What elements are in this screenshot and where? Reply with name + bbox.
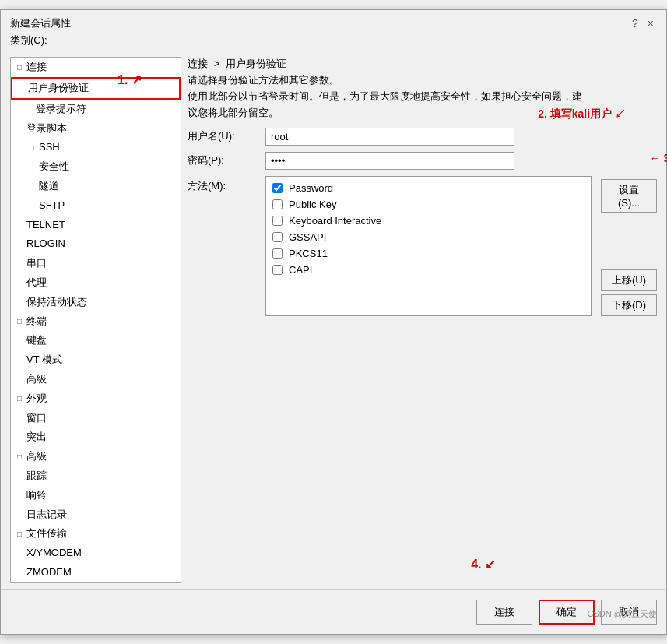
sidebar-item-advanced-label: 高级 xyxy=(26,449,47,465)
connect-button[interactable]: 连接 xyxy=(476,600,532,625)
breadcrumb-separator: > xyxy=(214,58,223,69)
toggle-connection[interactable]: □ xyxy=(14,62,25,74)
sidebar-item-advanced[interactable]: □ 高级 xyxy=(11,447,181,466)
settings-button[interactable]: 设置(S)... xyxy=(601,179,657,213)
sidebar-item-vtmode[interactable]: VT 模式 xyxy=(11,350,181,370)
sidebar-item-security[interactable]: 安全性 xyxy=(11,157,181,177)
title-bar: 新建会话属性 ? × xyxy=(1,10,666,33)
sidebar-item-ssh-label: SSH xyxy=(39,139,60,156)
username-input[interactable] xyxy=(265,128,514,146)
sidebar-item-sftp-label: SFTP xyxy=(39,198,65,214)
sidebar-item-telnet[interactable]: TELNET xyxy=(11,216,181,235)
method-checkbox-publickey[interactable] xyxy=(272,199,283,209)
tree-panel: □ 连接 用户身份验证 登录提示符 登录脚本 □ SSH 安全性 xyxy=(10,57,181,583)
sidebar-item-proxy[interactable]: 代理 xyxy=(11,273,181,293)
method-item-gssapi[interactable]: GSSAPI xyxy=(269,229,588,245)
sidebar-item-highlight[interactable]: 突出 xyxy=(11,428,181,447)
method-label-keyboard: Keyboard Interactive xyxy=(289,215,381,227)
password-label: 密码(P): xyxy=(188,153,265,167)
sidebar-item-trace[interactable]: 跟踪 xyxy=(11,466,181,486)
sidebar-item-bell[interactable]: 响铃 xyxy=(11,486,181,505)
sidebar-item-keepalive[interactable]: 保持活动状态 xyxy=(11,293,181,312)
method-checkbox-pkcs11[interactable] xyxy=(272,248,283,259)
form-section: 用户名(U): 密码(P): ← 3. 填写密码 方法(M): xyxy=(188,128,657,316)
breadcrumb-item-1: 连接 xyxy=(188,58,208,69)
sidebar-item-filetransfer[interactable]: □ 文件传输 xyxy=(11,524,181,544)
username-row: 用户名(U): xyxy=(188,128,657,146)
sidebar-item-keyboard-label: 键盘 xyxy=(26,333,47,349)
sidebar-item-auth-label: 用户身份验证 xyxy=(28,80,89,97)
sidebar-item-highlight-label: 突出 xyxy=(26,429,47,445)
sidebar-item-logging-label: 日志记录 xyxy=(26,507,67,523)
method-checkbox-capi[interactable] xyxy=(272,265,283,275)
sidebar-item-loginprompt[interactable]: 登录提示符 xyxy=(11,100,181,119)
sidebar-item-advanced-term[interactable]: 高级 xyxy=(11,370,181,389)
method-label-capi: CAPI xyxy=(289,264,312,276)
sidebar-item-connection[interactable]: □ 连接 xyxy=(11,58,181,77)
sidebar-item-keepalive-label: 保持活动状态 xyxy=(26,294,87,311)
toggle-advanced[interactable]: □ xyxy=(14,451,25,463)
sidebar-item-telnet-label: TELNET xyxy=(26,217,65,234)
description-line2: 使用此部分以节省登录时间。但是，为了最大限度地提高安全性，如果担心安全问题，建 xyxy=(188,89,657,105)
sidebar-item-advanced-term-label: 高级 xyxy=(26,371,47,388)
sidebar-item-logging[interactable]: 日志记录 xyxy=(11,505,181,525)
method-item-keyboard[interactable]: Keyboard Interactive xyxy=(269,213,588,229)
method-label-publickey: Public Key xyxy=(289,199,336,210)
title-bar-controls: ? × xyxy=(629,17,657,30)
method-checkbox-keyboard[interactable] xyxy=(272,216,283,226)
sidebar-item-serial[interactable]: 串口 xyxy=(11,254,181,273)
right-panel: 连接 > 用户身份验证 请选择身份验证方法和其它参数。 使用此部分以节省登录时间… xyxy=(188,57,657,583)
sidebar-item-loginscript[interactable]: 登录脚本 xyxy=(11,119,181,139)
description-line2-text: 使用此部分以节省登录时间。但是，为了最大限度地提高安全性，如果担心安全问题，建 xyxy=(188,90,582,102)
sidebar-item-trace-label: 跟踪 xyxy=(26,468,47,484)
side-buttons: 设置(S)... 上移(U) 下移(D) xyxy=(601,179,657,316)
breadcrumb-item-2: 用户身份验证 xyxy=(226,58,286,69)
method-label-gssapi: GSSAPI xyxy=(289,231,326,243)
toggle-appearance[interactable]: □ xyxy=(14,392,25,405)
description-line1: 请选择身份验证方法和其它参数。 xyxy=(188,72,657,89)
toggle-terminal[interactable]: □ xyxy=(14,315,25,328)
category-label: 类别(C): xyxy=(1,33,666,51)
sidebar-item-zmodem[interactable]: ZMODEM xyxy=(11,563,181,582)
sidebar-item-keyboard[interactable]: 键盘 xyxy=(11,331,181,350)
toggle-filetransfer[interactable]: □ xyxy=(14,528,25,540)
sidebar-item-appearance[interactable]: □ 外观 xyxy=(11,389,181,409)
sidebar-item-terminal-label: 终端 xyxy=(26,314,47,330)
sidebar-item-connection-label: 连接 xyxy=(26,59,47,76)
sidebar-item-rlogin[interactable]: RLOGIN xyxy=(11,234,181,254)
ok-button[interactable]: 确定 xyxy=(539,600,595,625)
sidebar-item-appearance-label: 外观 xyxy=(26,391,47,407)
sidebar-item-zmodem-label: ZMODEM xyxy=(26,565,72,581)
sidebar-item-loginprompt-label: 登录提示符 xyxy=(36,101,86,118)
method-item-capi[interactable]: CAPI xyxy=(269,262,588,278)
sidebar-item-vtmode-label: VT 模式 xyxy=(26,352,62,368)
sidebar-item-tunnel[interactable]: 隧道 xyxy=(11,177,181,196)
method-checkbox-gssapi[interactable] xyxy=(272,232,283,242)
sidebar-item-auth[interactable]: 用户身份验证 xyxy=(11,77,181,100)
close-button[interactable]: × xyxy=(644,17,657,30)
sidebar-item-loginscript-label: 登录脚本 xyxy=(26,121,67,137)
toggle-ssh[interactable]: □ xyxy=(26,142,37,154)
move-down-button[interactable]: 下移(D) xyxy=(601,294,657,316)
method-item-password[interactable]: Password xyxy=(269,180,588,196)
sidebar-item-terminal[interactable]: □ 终端 xyxy=(11,312,181,332)
dialog-title: 新建会话属性 xyxy=(10,16,71,30)
username-label: 用户名(U): xyxy=(188,129,265,143)
dialog-body: □ 连接 用户身份验证 登录提示符 登录脚本 □ SSH 安全性 xyxy=(1,51,666,583)
method-item-pkcs11[interactable]: PKCS11 xyxy=(269,245,588,262)
sidebar-item-window[interactable]: 窗口 xyxy=(11,409,181,428)
sidebar-item-serial-label: 串口 xyxy=(26,255,47,272)
password-input[interactable] xyxy=(265,152,514,170)
method-checkbox-password[interactable] xyxy=(272,183,283,193)
sidebar-item-tunnel-label: 隧道 xyxy=(39,178,59,195)
sidebar-item-bell-label: 响铃 xyxy=(26,487,47,504)
sidebar-item-sftp[interactable]: SFTP xyxy=(11,196,181,216)
sidebar-item-xymodem[interactable]: X/YMODEM xyxy=(11,544,181,563)
help-button[interactable]: ? xyxy=(629,17,641,30)
password-row: 密码(P): ← 3. 填写密码 xyxy=(188,152,657,170)
annotation-3-num: 3. xyxy=(663,152,667,164)
sidebar-item-ssh[interactable]: □ SSH xyxy=(11,138,181,157)
move-up-button[interactable]: 上移(U) xyxy=(601,269,657,291)
sidebar-item-proxy-label: 代理 xyxy=(26,275,47,291)
method-item-publickey[interactable]: Public Key xyxy=(269,196,588,213)
